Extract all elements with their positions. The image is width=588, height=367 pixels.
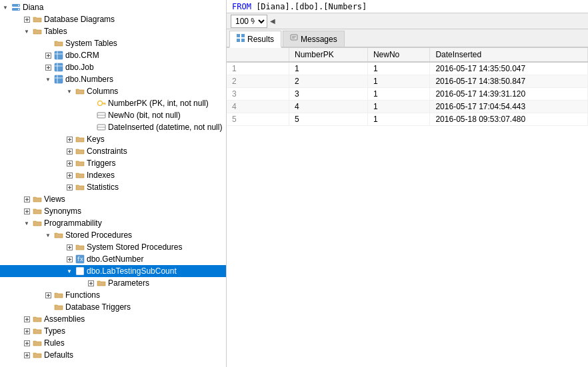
label-col-numberpk: NumberPK (PK, int, not null): [108, 99, 209, 108]
expander-defaults[interactable]: [21, 350, 32, 360]
tree-item-dbo-labtestingsubcount[interactable]: ▼fxdbo.LabTestingSubCount: [0, 265, 226, 277]
label-dbo-labtestingsubcount: dbo.LabTestingSubCount: [87, 266, 177, 276]
tree-item-views[interactable]: Views: [0, 193, 226, 205]
tree-item-triggers[interactable]: Triggers: [0, 157, 226, 169]
expander-stored-procedures[interactable]: ▼: [43, 230, 53, 240]
table-row[interactable]: 2212016-05-17 14:38:50.847: [227, 75, 588, 88]
expander-database-triggers[interactable]: [43, 302, 53, 312]
expander-rules[interactable]: [21, 338, 32, 348]
label-constraints: Constraints: [87, 147, 127, 156]
label-dbo-getnumber: dbo.GetNumber: [87, 254, 143, 264]
tree-item-columns[interactable]: ▼Columns: [0, 85, 226, 97]
tree-item-types[interactable]: Types: [0, 325, 226, 337]
label-col-newno: NewNo (bit, not null): [108, 111, 181, 120]
expander-views[interactable]: [21, 194, 32, 204]
expander-types[interactable]: [21, 326, 32, 336]
tree-item-dbo-getnumber[interactable]: fxdbo.GetNumber: [0, 253, 226, 265]
col-header-rownum: [227, 48, 289, 62]
label-db-diagrams: Database Diagrams: [44, 15, 115, 24]
tree-item-rules[interactable]: Rules: [0, 337, 226, 349]
expander-synonyms[interactable]: [21, 206, 32, 216]
label-col-dateinserted: DateInserted (datetime, not null): [108, 123, 222, 132]
expander-parameters[interactable]: [85, 278, 96, 288]
svg-rect-81: [237, 39, 240, 42]
table-row[interactable]: 3312016-05-17 14:39:31.120: [227, 88, 588, 101]
expander-statistics[interactable]: [64, 182, 75, 192]
tree-item-col-newno[interactable]: NewNo (bit, not null): [0, 109, 226, 121]
tree-item-statistics[interactable]: Statistics: [0, 181, 226, 193]
tree-item-system-stored-procedures[interactable]: System Stored Procedures: [0, 241, 226, 253]
cell-newno: 1: [367, 101, 430, 113]
label-system-tables: System Tables: [65, 39, 117, 48]
expander-dbo-getnumber[interactable]: [64, 254, 75, 264]
expander-tables[interactable]: ▼: [21, 26, 32, 37]
expander-col-dateinserted[interactable]: [85, 122, 96, 133]
tree-item-dbo-crm[interactable]: dbo.CRM: [0, 49, 226, 61]
tree-item-parameters[interactable]: Parameters: [0, 277, 226, 289]
label-programmability: Programmability: [44, 218, 102, 228]
svg-point-3: [18, 9, 19, 10]
expander-diana[interactable]: ▼: [0, 2, 11, 13]
tree-item-dbo-numbers[interactable]: ▼dbo.Numbers: [0, 73, 226, 85]
tree-item-functions[interactable]: Functions: [0, 289, 226, 301]
tree-item-synonyms[interactable]: Synonyms: [0, 205, 226, 217]
zoom-left-arrow[interactable]: ◀: [270, 17, 275, 25]
results-tab-icon: [237, 34, 245, 44]
tree-item-dbo-job[interactable]: dbo.Job: [0, 61, 226, 73]
tree-item-keys[interactable]: Keys: [0, 133, 226, 145]
label-types: Types: [44, 326, 65, 336]
cell-rownum: 2: [227, 75, 289, 88]
label-synonyms: Synonyms: [44, 206, 81, 216]
expander-col-numberpk[interactable]: [85, 98, 96, 109]
expander-constraints[interactable]: [64, 146, 75, 157]
cell-newno: 1: [367, 113, 430, 126]
expander-dbo-job[interactable]: [43, 62, 53, 73]
object-explorer[interactable]: ▼DianaDatabase Diagrams▼TablesSystem Tab…: [0, 0, 227, 367]
expander-system-stored-procedures[interactable]: [64, 242, 75, 252]
tab-messages[interactable]: Messages: [283, 31, 345, 47]
expander-assemblies[interactable]: [21, 314, 32, 324]
results-area[interactable]: NumberPK NewNo DateInserted 1112016-05-1…: [227, 48, 588, 367]
tree-item-col-numberpk[interactable]: NumberPK (PK, int, not null): [0, 97, 226, 109]
table-row[interactable]: 1112016-05-17 14:35:50.047: [227, 62, 588, 75]
tree-item-col-dateinserted[interactable]: DateInserted (datetime, not null): [0, 121, 226, 133]
cell-dateinserted: 2016-05-17 14:35:50.047: [430, 62, 588, 75]
svg-text:fx: fx: [77, 256, 83, 262]
tree-item-indexes[interactable]: Indexes: [0, 169, 226, 181]
expander-dbo-labtestingsubcount[interactable]: ▼: [64, 266, 75, 276]
expander-indexes[interactable]: [64, 170, 75, 181]
tree-item-constraints[interactable]: Constraints: [0, 145, 226, 157]
expander-triggers[interactable]: [64, 158, 75, 169]
tree-item-database-triggers[interactable]: Database Triggers: [0, 301, 226, 313]
tree-item-stored-procedures[interactable]: ▼Stored Procedures: [0, 229, 226, 241]
svg-rect-10: [55, 51, 63, 59]
expander-columns[interactable]: ▼: [64, 86, 75, 97]
zoom-select[interactable]: 100 % 75 % 150 %: [231, 15, 267, 28]
label-dbo-numbers: dbo.Numbers: [65, 75, 113, 84]
table-row[interactable]: 5512016-05-18 09:53:07.480: [227, 113, 588, 126]
expander-functions[interactable]: [43, 290, 53, 300]
tree-item-assemblies[interactable]: Assemblies: [0, 313, 226, 325]
cell-newno: 1: [367, 75, 430, 88]
expander-programmability[interactable]: ▼: [21, 218, 32, 228]
tab-results[interactable]: Results: [229, 31, 281, 48]
expander-dbo-crm[interactable]: [43, 50, 53, 61]
cell-rownum: 5: [227, 113, 289, 126]
expander-db-diagrams[interactable]: [21, 14, 32, 25]
label-views: Views: [44, 194, 65, 204]
expander-keys[interactable]: [64, 134, 75, 145]
cell-dateinserted: 2016-05-17 14:39:31.120: [430, 88, 588, 101]
tree-item-db-diagrams[interactable]: Database Diagrams: [0, 13, 226, 25]
tree-item-defaults[interactable]: Defaults: [0, 349, 226, 361]
expander-dbo-numbers[interactable]: ▼: [43, 74, 53, 85]
expander-system-tables[interactable]: [43, 38, 53, 49]
cell-dateinserted: 2016-05-18 09:53:07.480: [430, 113, 588, 126]
tree-item-diana[interactable]: ▼Diana: [0, 1, 226, 13]
results-table: NumberPK NewNo DateInserted 1112016-05-1…: [227, 48, 588, 126]
tree-item-system-tables[interactable]: System Tables: [0, 37, 226, 49]
tree-item-programmability[interactable]: ▼Programmability: [0, 217, 226, 229]
expander-col-newno[interactable]: [85, 110, 96, 121]
table-row[interactable]: 4412016-05-17 17:04:54.443: [227, 101, 588, 113]
cell-rownum: 4: [227, 101, 289, 113]
tree-item-tables[interactable]: ▼Tables: [0, 25, 226, 37]
